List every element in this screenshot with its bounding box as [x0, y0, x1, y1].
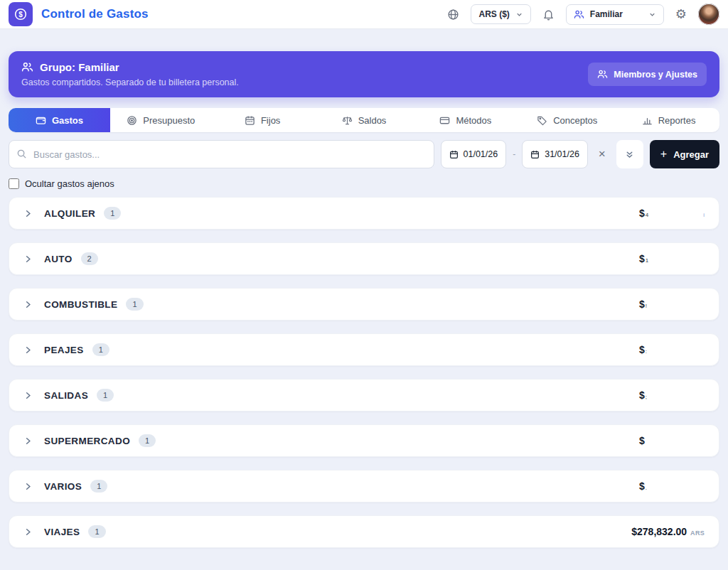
calendar-icon	[449, 150, 459, 159]
amount-fragment: !	[646, 303, 647, 309]
category-label: VIAJES	[44, 527, 80, 537]
category-count-badge: 1	[90, 480, 107, 493]
clear-dates-button[interactable]: ×	[594, 146, 610, 163]
date-from-input[interactable]: 01/01/26	[441, 140, 507, 168]
banner-subtitle: Gastos compartidos. Separado de tu bille…	[21, 77, 239, 87]
chevron-down-icon	[648, 11, 656, 18]
category-row-salidas[interactable]: SALIDAS 1 $;	[9, 379, 719, 412]
category-count-badge: 1	[104, 207, 121, 220]
category-count-badge: 1	[88, 525, 105, 538]
tab-label: Saldos	[358, 115, 387, 126]
tab-label: Conceptos	[553, 115, 597, 126]
tab-reportes[interactable]: Reportes	[618, 108, 719, 132]
group-select[interactable]: Familiar	[566, 4, 664, 25]
category-amount: $	[639, 208, 645, 219]
category-amount: $	[639, 253, 645, 264]
tab-label: Presupuesto	[143, 115, 195, 126]
group-select-value: Familiar	[590, 9, 623, 19]
chevron-right-icon	[23, 527, 33, 537]
category-row-supermercado[interactable]: SUPERMERCADO 1 $	[9, 424, 719, 457]
category-amount: $278,832.00	[631, 526, 687, 537]
tab-metodos[interactable]: Métodos	[414, 108, 516, 132]
members-settings-label: Miembros y Ajustes	[614, 70, 697, 80]
globe-icon[interactable]	[447, 9, 459, 21]
expand-filters-button[interactable]	[616, 140, 643, 168]
tab-gastos[interactable]: Gastos	[9, 108, 110, 132]
group-banner: Grupo: Familiar Gastos compartidos. Sepa…	[9, 51, 719, 97]
amount-fragment: ;	[646, 394, 647, 400]
date-to-input[interactable]: 31/01/26	[522, 140, 588, 168]
amount-fragment: 1	[646, 257, 648, 264]
category-count-badge: 1	[126, 298, 143, 311]
category-label: AUTO	[44, 254, 73, 264]
user-avatar[interactable]	[698, 4, 719, 25]
bar-chart-icon	[642, 115, 653, 126]
chevron-right-icon	[23, 482, 33, 491]
amount-fragment: .	[646, 485, 647, 491]
category-label: SALIDAS	[44, 390, 88, 401]
category-row-peajes[interactable]: PEAJES 1 $:	[9, 333, 719, 366]
category-label: ALQUILER	[44, 208, 95, 219]
date-to-value: 31/01/26	[545, 149, 579, 159]
tab-label: Gastos	[52, 115, 83, 126]
chevron-down-icon	[515, 11, 523, 18]
search-icon	[16, 149, 27, 159]
bell-icon[interactable]	[542, 9, 555, 21]
tab-conceptos[interactable]: Conceptos	[516, 108, 618, 132]
add-expense-button[interactable]: + Agregar	[650, 140, 719, 168]
currency-code: ARS	[690, 529, 705, 537]
calendar-icon	[245, 115, 255, 126]
members-settings-button[interactable]: Miembros y Ajustes	[588, 63, 707, 86]
hide-others-checkbox[interactable]	[9, 178, 19, 189]
chevron-right-icon	[23, 436, 33, 446]
category-amount: $	[639, 435, 645, 446]
category-row-viajes[interactable]: VIAJES 1 $278,832.00 ARS	[9, 515, 719, 548]
chevron-right-icon	[23, 391, 33, 400]
tab-label: Fijos	[261, 115, 280, 126]
category-row-auto[interactable]: AUTO 2 $1	[9, 242, 719, 275]
dollar-circle-icon: $	[14, 7, 28, 21]
chevron-right-icon	[23, 345, 33, 355]
plus-icon: +	[660, 148, 667, 161]
category-row-varios[interactable]: VARIOS 1 $.	[9, 470, 719, 502]
search-input[interactable]	[9, 140, 434, 168]
category-amount: $	[639, 344, 645, 355]
category-count-badge: 1	[97, 389, 114, 402]
wallet-icon	[36, 115, 46, 126]
category-count-badge: 1	[92, 343, 109, 356]
tab-fijos[interactable]: Fijos	[212, 108, 314, 132]
category-count-badge: 1	[139, 434, 156, 447]
amount-tail: i	[703, 212, 705, 218]
date-from-value: 01/01/26	[464, 149, 498, 159]
top-header: $ Control de Gastos ARS ($)	[0, 0, 728, 29]
hide-others-label[interactable]: Ocultar gastos ajenos	[25, 178, 114, 189]
tab-label: Reportes	[658, 115, 696, 126]
app-logo: $	[9, 2, 33, 26]
target-icon	[127, 115, 137, 126]
chevron-right-icon	[23, 254, 33, 264]
tab-presupuesto[interactable]: Presupuesto	[110, 108, 212, 132]
chevron-right-icon	[23, 209, 33, 218]
gear-icon[interactable]: ⚙	[675, 8, 687, 21]
filters-row: 01/01/26 - 31/01/26 × + Agregar	[9, 140, 719, 168]
category-amount: $	[639, 389, 645, 401]
expense-category-list: ALQUILER 1 $4 i AUTO 2 $1 COMBUSTIBLE 1	[9, 197, 719, 548]
add-expense-label: Agregar	[673, 149, 709, 160]
chevrons-down-icon	[625, 150, 634, 159]
credit-card-icon	[439, 115, 450, 126]
category-label: COMBUSTIBLE	[44, 299, 117, 310]
tag-icon	[537, 115, 547, 126]
users-icon	[574, 9, 584, 20]
users-icon	[597, 69, 608, 80]
chevron-right-icon	[23, 300, 33, 309]
category-amount: $	[639, 480, 645, 492]
category-row-combustible[interactable]: COMBUSTIBLE 1 $!	[9, 288, 719, 321]
category-count-badge: 2	[81, 252, 98, 265]
svg-text:$: $	[18, 11, 23, 18]
calendar-icon	[530, 150, 540, 159]
currency-select-value: ARS ($)	[478, 9, 509, 19]
currency-select[interactable]: ARS ($)	[471, 4, 530, 24]
tab-saldos[interactable]: Saldos	[314, 108, 415, 132]
amount-fragment: 4	[646, 212, 648, 218]
category-row-alquiler[interactable]: ALQUILER 1 $4 i	[9, 197, 719, 230]
